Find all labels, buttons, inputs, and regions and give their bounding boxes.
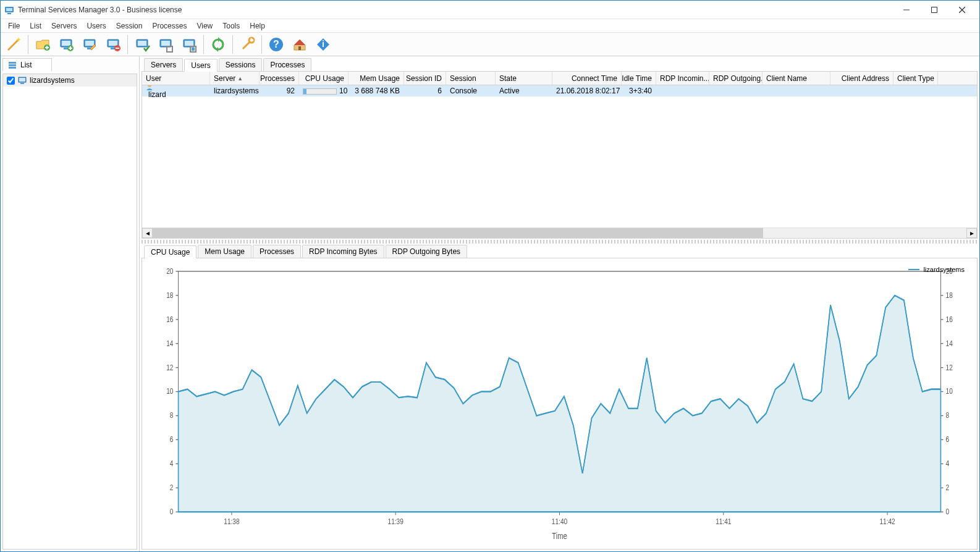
svg-text:2: 2 xyxy=(170,483,174,491)
menu-session[interactable]: Session xyxy=(111,20,148,32)
menu-processes[interactable]: Processes xyxy=(147,20,192,32)
svg-rect-17 xyxy=(109,41,117,46)
svg-rect-28 xyxy=(192,48,195,51)
svg-rect-2 xyxy=(7,13,11,14)
scroll-left-arrow[interactable]: ◂ xyxy=(142,228,153,238)
server-add-button[interactable] xyxy=(56,34,77,55)
tab-sessions[interactable]: Sessions xyxy=(219,58,263,71)
col-header-mem[interactable]: Mem Usage xyxy=(348,72,404,85)
col-header-cpu[interactable]: CPU Usage xyxy=(299,72,348,85)
svg-rect-36 xyxy=(9,67,16,69)
col-header-state[interactable]: State xyxy=(496,72,552,85)
chart-tab-rdp-incoming-bytes[interactable]: RDP Incoming Bytes xyxy=(302,245,384,258)
cell-cpu: 10,19% xyxy=(299,86,348,96)
svg-text:10: 10 xyxy=(946,386,953,395)
close-button[interactable] xyxy=(948,1,976,19)
col-header-connect[interactable]: Connect Time xyxy=(552,72,622,85)
menu-file[interactable]: File xyxy=(3,20,25,32)
col-header-ctype[interactable]: Client Type xyxy=(893,72,938,85)
chart-panel: lizardsystems 00224466881010121214141616… xyxy=(142,258,978,550)
refresh-button[interactable] xyxy=(208,34,229,55)
svg-rect-14 xyxy=(85,41,94,46)
svg-text:2: 2 xyxy=(946,483,950,491)
server-edit-button[interactable] xyxy=(79,34,100,55)
toolbar-separator xyxy=(28,35,28,54)
sidebar-tab-list[interactable]: List xyxy=(2,58,52,72)
toolbar-separator xyxy=(232,35,233,54)
scroll-track[interactable] xyxy=(153,228,966,238)
svg-text:20: 20 xyxy=(166,266,174,275)
folder-add-button[interactable] xyxy=(32,34,53,55)
svg-text:11:40: 11:40 xyxy=(552,516,568,525)
tab-users[interactable]: Users xyxy=(184,59,217,72)
svg-text:14: 14 xyxy=(946,338,953,347)
svg-text:18: 18 xyxy=(946,291,953,299)
cell-cname xyxy=(762,90,830,91)
minimize-button[interactable] xyxy=(892,1,920,19)
col-header-rdpout[interactable]: RDP Outgoing... xyxy=(709,72,762,85)
grid-row[interactable]: lizardlizardsystems9210,19%3 688 748 KB6… xyxy=(142,85,977,96)
menu-view[interactable]: View xyxy=(192,20,218,32)
cell-user: lizard xyxy=(142,85,210,100)
svg-text:11:41: 11:41 xyxy=(716,516,731,525)
grid-hscrollbar[interactable]: ◂ ▸ xyxy=(142,227,977,238)
indeterminate-button[interactable] xyxy=(179,34,200,55)
chart-tab-mem-usage[interactable]: Mem Usage xyxy=(198,245,251,258)
svg-text:16: 16 xyxy=(166,314,173,323)
col-header-sid[interactable]: Session ID xyxy=(404,72,446,85)
col-header-cname[interactable]: Client Name xyxy=(762,72,830,85)
scroll-right-arrow[interactable]: ▸ xyxy=(966,228,977,238)
info-button[interactable]: i xyxy=(313,34,334,55)
server-remove-button[interactable] xyxy=(103,34,124,55)
toolbar-separator xyxy=(127,35,128,54)
svg-text:6: 6 xyxy=(170,435,174,443)
col-header-processes[interactable]: Processes xyxy=(260,72,299,85)
maximize-button[interactable] xyxy=(920,1,948,19)
col-header-rdpin[interactable]: RDP Incomin... xyxy=(656,72,709,85)
col-header-session[interactable]: Session xyxy=(446,72,496,85)
wizard-button[interactable] xyxy=(3,34,24,55)
svg-text:11:39: 11:39 xyxy=(388,516,403,525)
col-header-idle[interactable]: Idle Time xyxy=(622,72,656,85)
chart-tab-rdp-outgoing-bytes[interactable]: RDP Outgoing Bytes xyxy=(386,245,468,258)
svg-rect-35 xyxy=(9,64,16,66)
home-button[interactable] xyxy=(289,34,310,55)
svg-text:Time: Time xyxy=(552,531,567,541)
svg-text:18: 18 xyxy=(166,291,173,299)
col-header-user[interactable]: User xyxy=(142,72,210,85)
cell-idle: 3+3:40 xyxy=(622,86,656,96)
svg-rect-4 xyxy=(931,7,937,12)
menu-list[interactable]: List xyxy=(25,20,46,32)
tree-item-lizardsystems[interactable]: lizardsystems xyxy=(3,74,137,87)
settings-button[interactable] xyxy=(237,34,258,55)
splitter[interactable] xyxy=(142,240,978,244)
svg-text:12: 12 xyxy=(946,362,953,371)
app-icon xyxy=(4,5,14,15)
menu-tools[interactable]: Tools xyxy=(218,20,245,32)
col-header-server[interactable]: Server▲ xyxy=(210,72,260,85)
sidebar-tab-label: List xyxy=(20,61,32,69)
tab-servers[interactable]: Servers xyxy=(144,58,183,71)
window-title: Terminal Services Manager 3.0 - Business… xyxy=(18,6,892,14)
check-all-button[interactable] xyxy=(132,34,153,55)
cell-rdpin xyxy=(656,90,709,91)
chart-tab-cpu-usage[interactable]: CPU Usage xyxy=(144,245,196,258)
svg-text:12: 12 xyxy=(166,362,173,371)
tab-processes[interactable]: Processes xyxy=(263,58,311,71)
chart-tab-processes[interactable]: Processes xyxy=(253,245,301,258)
col-header-caddr[interactable]: Client Address xyxy=(830,72,893,85)
list-icon xyxy=(8,61,17,69)
menu-users[interactable]: Users xyxy=(82,20,111,32)
scroll-thumb[interactable] xyxy=(153,228,763,238)
toolbar-separator xyxy=(261,35,262,54)
computer-icon xyxy=(18,76,27,85)
menu-servers[interactable]: Servers xyxy=(46,20,82,32)
uncheck-all-button[interactable] xyxy=(155,34,176,55)
tree-checkbox[interactable] xyxy=(7,77,15,85)
menu-help[interactable]: Help xyxy=(245,20,270,32)
help-button[interactable]: ? xyxy=(266,34,287,55)
tree-label: lizardsystems xyxy=(30,76,75,85)
cell-connect: 21.06.2018 8:02:17 xyxy=(552,86,622,96)
svg-text:4: 4 xyxy=(170,459,174,467)
server-tree: lizardsystems xyxy=(2,74,137,550)
